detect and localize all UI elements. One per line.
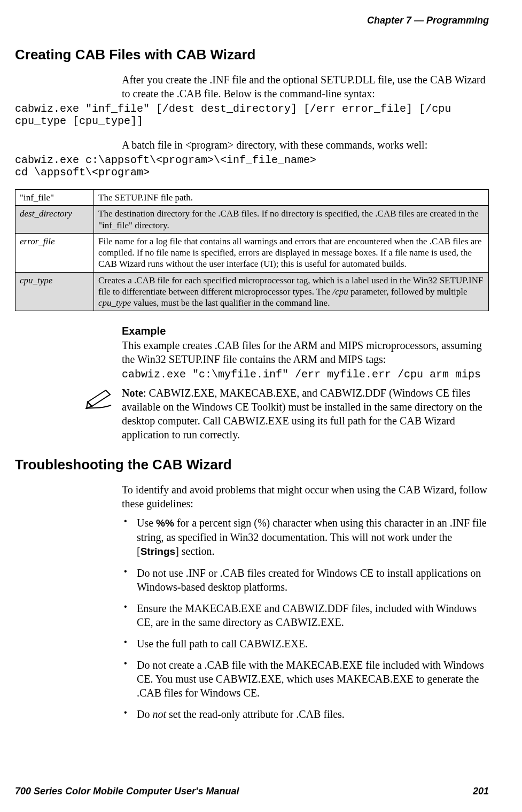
chapter-title: Programming	[426, 15, 489, 26]
table-row: dest_directory The destination directory…	[15, 206, 489, 234]
opt-desc-dest-directory: The destination directory for the .CAB f…	[94, 206, 489, 234]
section2-body: To identify and avoid problems that migh…	[122, 483, 489, 721]
list-item: Use the full path to call CABWIZ.EXE.	[122, 637, 489, 651]
section1-para1: After you create the .INF file and the o…	[122, 73, 489, 100]
header-dash: —	[414, 15, 424, 26]
list-item: Do not set the read-only attribute for .…	[122, 707, 489, 721]
page-header: Chapter 7 — Programming	[15, 15, 489, 26]
page-footer: 700 Series Color Mobile Computer User's …	[15, 786, 489, 797]
section1-body: After you create the .INF file and the o…	[122, 73, 489, 100]
opt-desc-cpu-type: Creates a .CAB file for each specified m…	[94, 272, 489, 311]
note-text: Note: CABWIZ.EXE, MAKECAB.EXE, and CABWI…	[122, 386, 489, 442]
table-row: cpu_type Creates a .CAB file for each sp…	[15, 272, 489, 311]
example-block: Example This example creates .CAB files …	[122, 325, 489, 381]
code-batch-file: cabwiz.exe c:\appsoft\<program>\<inf_fil…	[15, 154, 489, 179]
opt-key-dest-directory: dest_directory	[15, 206, 94, 234]
example-heading: Example	[122, 325, 489, 337]
chapter-number: 7	[406, 15, 411, 26]
opt-desc-error-file: File name for a log file that contains a…	[94, 233, 489, 272]
note-icon	[84, 386, 113, 411]
list-item: Ensure the MAKECAB.EXE and CABWIZ.DDF fi…	[122, 601, 489, 629]
page-number: 201	[473, 786, 489, 797]
section1-body2: A batch file in <program> directory, wit…	[122, 138, 489, 152]
manual-title: 700 Series Color Mobile Computer User's …	[15, 786, 239, 797]
table-row: error_file File name for a log file that…	[15, 233, 489, 272]
section2-para: To identify and avoid problems that migh…	[122, 483, 489, 511]
page: Chapter 7 — Programming Creating CAB Fil…	[0, 0, 522, 812]
note-block: Note: CABWIZ.EXE, MAKECAB.EXE, and CABWI…	[84, 386, 489, 444]
opt-desc-inf-file: The SETUP.INF file path.	[94, 190, 489, 206]
opt-key-inf-file: "inf_file"	[15, 190, 94, 206]
troubleshooting-list: Use %% for a percent sign (%) character …	[122, 516, 489, 721]
example-para: This example creates .CAB files for the …	[122, 338, 489, 366]
opt-key-error-file: error_file	[15, 233, 94, 272]
opt-key-cpu-type: cpu_type	[15, 272, 94, 311]
list-item: Do not create a .CAB file with the MAKEC…	[122, 658, 489, 700]
list-item: Use %% for a percent sign (%) character …	[122, 516, 489, 558]
section-heading-troubleshooting: Troubleshooting the CAB Wizard	[15, 457, 489, 473]
section-heading-creating-cab: Creating CAB Files with CAB Wizard	[15, 47, 489, 63]
code-cabwiz-syntax: cabwiz.exe "inf_file" [/dest dest_direct…	[15, 103, 489, 127]
list-item: Do not use .INF or .CAB files created fo…	[122, 566, 489, 594]
chapter-label: Chapter	[367, 15, 403, 26]
example-code: cabwiz.exe "c:\myfile.inf" /err myfile.e…	[122, 368, 489, 381]
options-table: "inf_file" The SETUP.INF file path. dest…	[15, 189, 489, 311]
section1-para2: A batch file in <program> directory, wit…	[122, 138, 489, 152]
table-row: "inf_file" The SETUP.INF file path.	[15, 190, 489, 206]
